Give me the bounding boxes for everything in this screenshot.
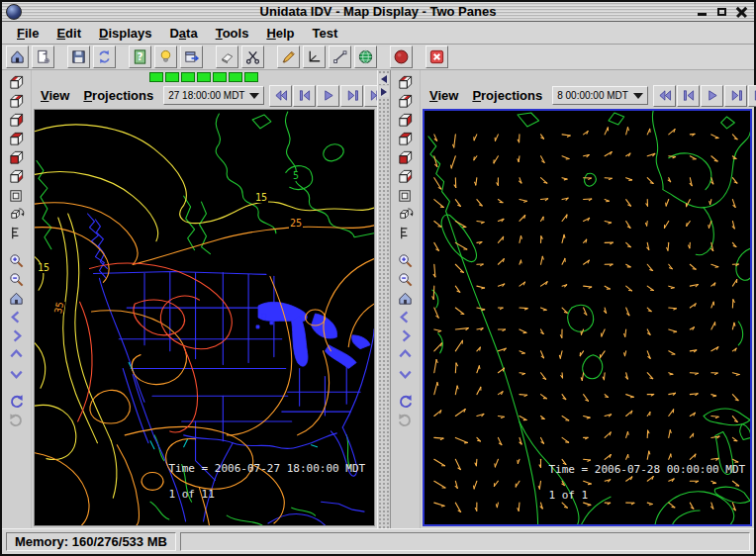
viewpoint-east-button[interactable] [394,130,417,148]
redo-button[interactable] [5,411,28,429]
viewpoint-east-button[interactable] [5,130,28,148]
play-button[interactable] [317,85,339,107]
pan-up-button[interactable] [5,345,28,364]
pan-right-button[interactable] [5,326,28,345]
viewpoint-top-button[interactable] [394,73,417,92]
vertical-scale-button[interactable] [5,224,28,242]
zoom-out-button[interactable] [5,270,28,289]
right-map-time-readout: Time = 2006-07-28 00:00:00 MDT 1 of 1 [470,450,745,514]
maximize-icon [717,8,726,16]
time-select-left-value: 27 18:00:00 MDT [168,90,244,101]
minimize-button[interactable] [695,5,709,18]
undo-button[interactable] [394,392,417,411]
pane-splitter[interactable] [377,70,391,528]
transect-button[interactable] [329,46,351,68]
left-pane-menu-projections[interactable]: Projections [76,88,160,103]
vertical-scale-button[interactable] [394,224,417,242]
pan-right-button[interactable] [394,326,417,345]
viewpoint-north-button[interactable] [394,111,417,130]
zoom-in-button[interactable] [5,251,28,270]
time-animation-boxes-left[interactable] [32,70,377,83]
time-box[interactable] [197,72,211,82]
viewpoint-top-button[interactable] [5,73,28,92]
memory-status: Memory: 160/276/533 MB [6,532,176,551]
pan-left-button[interactable] [394,308,417,326]
stop-loads-button[interactable] [390,46,413,68]
menu-displays[interactable]: Displays [90,24,160,43]
splitter-collapse-left-button[interactable] [379,73,389,84]
show-dashboard-button[interactable]: ? [129,46,151,68]
redo-button[interactable] [394,411,417,429]
reset-view-button[interactable] [5,289,28,308]
menu-data[interactable]: Data [160,24,206,43]
pan-left-button[interactable] [5,308,28,326]
reset-view-button[interactable] [394,289,417,308]
step-forward-button[interactable] [724,85,747,107]
step-back-button[interactable] [677,85,700,107]
home-button[interactable] [6,46,29,68]
time-box[interactable] [229,72,242,82]
step-forward-button[interactable] [340,85,363,107]
go-to-start-button[interactable] [653,85,676,107]
left-pane-menu-view[interactable]: View [34,88,76,103]
parallel-view-button[interactable] [394,186,417,205]
export-image-button[interactable] [180,46,203,68]
viewpoint-bottom-button[interactable] [5,92,28,111]
pan-down-button[interactable] [394,364,417,383]
undo-button[interactable] [5,392,28,411]
right-pane-menu-view[interactable]: View [423,88,465,103]
go-to-start-button[interactable] [269,85,292,107]
viewpoint-bottom-button[interactable] [394,92,417,111]
menu-tools[interactable]: Tools [207,24,258,43]
menu-help[interactable]: Help [257,24,303,43]
time-box[interactable] [165,72,179,82]
zoom-out-button[interactable] [394,270,417,289]
step-back-button[interactable] [293,85,316,107]
time-box[interactable] [149,72,163,82]
app-window: Unidata IDV - Map Display - Two Panes Fi… [0,0,756,556]
zoom-in-button[interactable] [394,251,417,270]
cut-button[interactable] [241,46,264,68]
time-box[interactable] [213,72,227,82]
left-map-pane: ViewProjections 27 18:00:00 MDT [2,70,377,528]
pan-up-button[interactable] [394,345,417,364]
app-icon [6,4,22,20]
close-window-button[interactable] [425,46,448,68]
globe-display-button[interactable] [354,46,377,68]
dropdown-arrow-icon [249,93,259,99]
go-to-end-button[interactable] [748,85,756,107]
parallel-view-button[interactable] [5,186,28,205]
time-box[interactable] [181,72,195,82]
time-select-right[interactable]: 8 00:00:00 MDT [552,86,648,105]
viewpoint-south-button[interactable] [5,148,28,167]
time-select-left[interactable]: 27 18:00:00 MDT [163,86,264,105]
angle-probe-button[interactable] [303,46,326,68]
viewpoint-west-button[interactable] [394,167,417,186]
menu-test[interactable]: Test [304,24,347,43]
right-pane-menu-projections[interactable]: Projections [465,88,549,103]
menu-file[interactable]: File [8,24,47,43]
new-display-button[interactable] [32,46,54,68]
show-tips-button[interactable] [154,46,177,68]
rotate-view-button[interactable] [5,205,28,224]
close-button[interactable] [734,5,748,18]
refresh-button[interactable] [93,46,116,68]
title-bar[interactable]: Unidata IDV - Map Display - Two Panes [2,2,754,22]
maximize-button[interactable] [714,5,728,18]
main-toolbar: ? [2,45,754,70]
save-button[interactable] [67,46,90,68]
erase-displays-button[interactable] [216,46,238,68]
time-box[interactable] [244,72,258,82]
play-button[interactable] [701,85,723,107]
pan-down-button[interactable] [5,364,28,383]
viewpoint-north-button[interactable] [5,111,28,130]
left-map-canvas[interactable]: 15 15 25 35 5 Time = 2006-07-27 18:00:00… [34,109,375,526]
viewpoint-west-button[interactable] [5,167,28,186]
splitter-collapse-right-button[interactable] [379,86,389,97]
right-map-canvas[interactable]: Time = 2006-07-28 00:00:00 MDT 1 of 1 [423,109,752,526]
time-select-right-value: 8 00:00:00 MDT [557,90,628,101]
drawing-control-button[interactable] [277,46,300,68]
viewpoint-south-button[interactable] [394,148,417,167]
rotate-view-button[interactable] [394,205,417,224]
menu-edit[interactable]: Edit [47,24,90,43]
